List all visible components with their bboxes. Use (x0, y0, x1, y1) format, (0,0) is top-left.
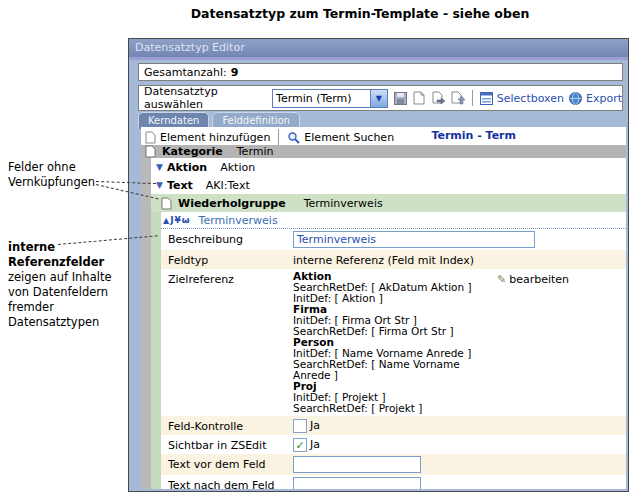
annotation-line: interne (8, 240, 55, 254)
form-row-text-nach: Text nach dem Feld (161, 475, 626, 489)
form-row-zielreferenz: Zielreferenz Aktion SearchRetDef: [ AkDa… (161, 269, 626, 416)
beschreibung-label: Beschreibung (168, 231, 293, 246)
selectboxen-label: Selectboxen (497, 92, 564, 105)
export-label: Export (586, 92, 622, 105)
text-vor-label: Text vor dem Feld (168, 456, 293, 471)
export-button[interactable]: Export (569, 92, 622, 105)
total-count-bar: Gesamtanzahl: 9 (138, 63, 623, 81)
datensatztyp-editor-window: Datensatztyp Editor Gesamtanzahl: 9 Date… (128, 38, 629, 492)
page-icon (161, 197, 172, 210)
bearbeiten-label: bearbeiten (509, 273, 569, 286)
sort-w-icon[interactable]: ω (182, 215, 190, 225)
form-row-beschreibung: Beschreibung (161, 229, 626, 250)
search-icon (287, 131, 300, 144)
blank-page-icon (145, 131, 156, 144)
text-nach-input[interactable] (293, 477, 421, 489)
selected-element-row[interactable]: ▲ J ¥ ω Terminverweis (161, 212, 626, 229)
datensatztyp-select[interactable]: Termin (Term) ▼ (272, 89, 388, 108)
selectboxen-icon (480, 92, 493, 105)
titlebar-divider (129, 57, 628, 60)
page-icon (145, 145, 156, 158)
ref-line: SearchRetDef: [ Name Vorname Anrede ] (293, 359, 493, 381)
floppy-disk-icon (394, 92, 407, 105)
form-row-feld-kontrolle: Feld-Kontrolle Ja (161, 416, 626, 435)
add-element-button[interactable]: Element hinzufügen (145, 131, 270, 144)
window-title: Datensatztyp Editor (135, 41, 245, 54)
globe-icon (569, 92, 582, 105)
save-button[interactable] (393, 90, 407, 106)
text-nach-label: Text nach dem Feld (168, 477, 293, 489)
page-title: Datensatztyp zum Termin-Template - siehe… (130, 6, 590, 21)
field-row-text[interactable]: ▼ Text AKI:Text (151, 176, 626, 194)
total-count-value: 9 (231, 66, 239, 79)
group-value: Terminverweis (304, 197, 383, 210)
field-value: AKI:Text (206, 179, 250, 192)
feldtyp-label: Feldtyp (168, 252, 293, 267)
annotation-line: von Datenfeldern (8, 285, 108, 299)
field-name: Text (167, 179, 193, 192)
selectboxen-button[interactable]: Selectboxen (480, 92, 564, 105)
annotation-line: Referenzfelder (8, 255, 104, 269)
feld-kontrolle-label: Feld-Kontrolle (168, 418, 293, 433)
toolbar-separator (472, 90, 473, 106)
annotation-line: zeigen auf Inhalte (8, 270, 111, 284)
beschreibung-input[interactable] (293, 231, 535, 248)
selected-element-label: Terminverweis (199, 214, 278, 227)
element-toolbar: Element hinzufügen Element Suchen (141, 129, 626, 145)
category-children: ▼ Aktion Aktion ▼ Text AKI:Text Wiederho… (141, 158, 626, 489)
zielreferenz-label: Zielreferenz (168, 271, 293, 286)
sichtbar-checkbox[interactable]: ✓ (293, 438, 307, 452)
annotation-line: Vernküpfungen (8, 175, 95, 189)
datensatztyp-select-bar: Datensatztyp auswählen Termin (Term) ▼ S… (138, 85, 623, 111)
collapse-triangle-icon[interactable]: ▼ (156, 180, 163, 190)
zielreferenz-refs: Aktion SearchRetDef: [ AkDatum Aktion ] … (293, 271, 493, 414)
felddefinition-panel: Termin - Term Element hinzufügen Element… (141, 127, 626, 489)
form-row-feldtyp: Feldtyp interne Referenz (Feld mit Index… (161, 250, 626, 269)
context-title: Termin - Term (431, 129, 516, 142)
sichtbar-ja-label: Ja (310, 437, 320, 451)
search-element-button[interactable]: Element Suchen (287, 131, 394, 144)
sort-j-icon[interactable]: J (170, 215, 173, 225)
sort-v-icon[interactable]: ¥ (175, 215, 181, 225)
sichtbar-label: Sichtbar in ZSEdit (168, 437, 293, 452)
category-value: Termin (237, 145, 274, 158)
edit-pencil-icon: ✎ (497, 273, 506, 286)
form-row-text-vor: Text vor dem Feld (161, 454, 626, 475)
search-element-label: Element Suchen (304, 131, 394, 144)
select-label: Datensatztyp auswählen (144, 85, 265, 111)
import-record-button[interactable] (451, 90, 465, 106)
select-value: Termin (Term) (273, 92, 370, 105)
annotation-internal-reference-fields: interne Referenzfelder zeigen auf Inhalt… (8, 240, 128, 330)
move-up-icon[interactable]: ▲ (163, 216, 169, 225)
export-record-button[interactable] (431, 90, 445, 106)
form-row-sichtbar-zsedit: Sichtbar in ZSEdit ✓ Ja (161, 435, 626, 454)
feld-kontrolle-ja-label: Ja (310, 418, 320, 432)
bearbeiten-link[interactable]: ✎ bearbeiten (497, 271, 569, 286)
category-bar[interactable]: Kategorie Termin (141, 145, 626, 158)
text-vor-input[interactable] (293, 456, 421, 473)
group-label: Wiederholgruppe (178, 197, 286, 210)
annotation-line: fremder (8, 300, 54, 314)
annotation-line: Felder ohne (8, 160, 76, 174)
page-arrow-up-icon (451, 91, 465, 105)
group-children: ▲ J ¥ ω Terminverweis Beschreibung Feldt… (151, 212, 626, 489)
toolbar-separator (278, 129, 279, 145)
field-value: Aktion (220, 161, 255, 174)
annotation-line: Datensatztypen (8, 315, 99, 329)
window-titlebar: Datensatztyp Editor (129, 39, 628, 57)
chevron-down-icon[interactable]: ▼ (370, 90, 387, 107)
total-count-label: Gesamtanzahl: (144, 66, 227, 79)
annotation-fields-without-links: Felder ohne Vernküpfungen (8, 160, 128, 190)
category-label: Kategorie (162, 145, 223, 158)
collapse-triangle-icon[interactable]: ▼ (156, 162, 163, 172)
ref-line: SearchRetDef: [ Projekt ] (293, 403, 493, 414)
new-document-button[interactable] (412, 90, 426, 106)
add-element-label: Element hinzufügen (160, 131, 270, 144)
page-arrow-right-icon (432, 91, 446, 105)
field-row-aktion[interactable]: ▼ Aktion Aktion (151, 158, 626, 176)
field-name: Aktion (167, 161, 207, 174)
feldtyp-value: interne Referenz (Feld mit Index) (293, 252, 474, 267)
blank-page-icon (413, 91, 425, 105)
wiederholgruppe-bar[interactable]: Wiederholgruppe Terminverweis (151, 194, 626, 212)
feld-kontrolle-checkbox[interactable] (293, 419, 307, 433)
